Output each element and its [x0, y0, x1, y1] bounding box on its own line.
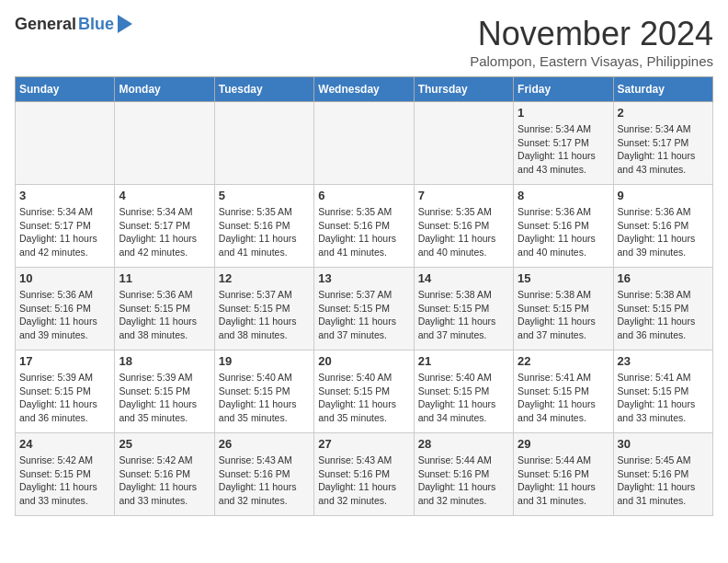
- logo-general-text: General: [15, 15, 76, 34]
- day-number: 9: [618, 189, 709, 202]
- day-info: Sunrise: 5:41 AM Sunset: 5:15 PM Dayligh…: [618, 371, 709, 425]
- calendar-cell: 3Sunrise: 5:34 AM Sunset: 5:17 PM Daylig…: [16, 185, 115, 268]
- day-number: 15: [518, 271, 609, 285]
- calendar-cell: 9Sunrise: 5:36 AM Sunset: 5:16 PM Daylig…: [613, 185, 712, 268]
- weekday-header-sunday: Sunday: [16, 77, 115, 102]
- weekday-header-wednesday: Wednesday: [314, 77, 414, 102]
- day-info: Sunrise: 5:44 AM Sunset: 5:16 PM Dayligh…: [518, 454, 609, 508]
- day-number: 6: [318, 189, 409, 202]
- logo-arrow-icon: [118, 15, 132, 33]
- day-number: 14: [418, 271, 509, 285]
- day-number: 11: [119, 271, 210, 285]
- calendar-cell: 30Sunrise: 5:45 AM Sunset: 5:16 PM Dayli…: [613, 433, 712, 516]
- day-number: 7: [418, 189, 509, 202]
- calendar-cell: 10Sunrise: 5:36 AM Sunset: 5:16 PM Dayli…: [16, 268, 115, 350]
- day-info: Sunrise: 5:39 AM Sunset: 5:15 PM Dayligh…: [19, 371, 110, 425]
- day-info: Sunrise: 5:45 AM Sunset: 5:16 PM Dayligh…: [618, 454, 709, 508]
- weekday-header-saturday: Saturday: [613, 77, 712, 102]
- day-info: Sunrise: 5:39 AM Sunset: 5:15 PM Dayligh…: [119, 371, 210, 425]
- day-info: Sunrise: 5:40 AM Sunset: 5:15 PM Dayligh…: [418, 371, 509, 425]
- day-info: Sunrise: 5:42 AM Sunset: 5:15 PM Dayligh…: [19, 454, 110, 508]
- day-number: 8: [518, 189, 609, 202]
- day-number: 22: [518, 354, 609, 368]
- day-info: Sunrise: 5:36 AM Sunset: 5:15 PM Dayligh…: [119, 288, 210, 342]
- day-number: 20: [318, 354, 409, 368]
- day-info: Sunrise: 5:38 AM Sunset: 5:15 PM Dayligh…: [618, 288, 709, 342]
- day-info: Sunrise: 5:36 AM Sunset: 5:16 PM Dayligh…: [19, 288, 110, 342]
- title-block: November 2024 Palompon, Eastern Visayas,…: [470, 15, 713, 69]
- day-info: Sunrise: 5:43 AM Sunset: 5:16 PM Dayligh…: [318, 454, 409, 508]
- page-header: General Blue November 2024 Palompon, Eas…: [15, 15, 713, 69]
- day-number: 30: [618, 437, 709, 451]
- day-info: Sunrise: 5:34 AM Sunset: 5:17 PM Dayligh…: [119, 205, 210, 259]
- day-info: Sunrise: 5:44 AM Sunset: 5:16 PM Dayligh…: [418, 454, 509, 508]
- day-info: Sunrise: 5:40 AM Sunset: 5:15 PM Dayligh…: [219, 371, 310, 425]
- calendar-cell: 13Sunrise: 5:37 AM Sunset: 5:15 PM Dayli…: [314, 268, 414, 350]
- calendar-cell: 16Sunrise: 5:38 AM Sunset: 5:15 PM Dayli…: [613, 268, 712, 350]
- calendar-cell: 8Sunrise: 5:36 AM Sunset: 5:16 PM Daylig…: [514, 185, 613, 268]
- day-number: 23: [618, 354, 709, 368]
- calendar-week-5: 24Sunrise: 5:42 AM Sunset: 5:15 PM Dayli…: [16, 433, 713, 516]
- day-info: Sunrise: 5:36 AM Sunset: 5:16 PM Dayligh…: [518, 205, 609, 259]
- day-info: Sunrise: 5:35 AM Sunset: 5:16 PM Dayligh…: [219, 205, 310, 259]
- day-number: 28: [418, 437, 509, 451]
- calendar-week-3: 10Sunrise: 5:36 AM Sunset: 5:16 PM Dayli…: [16, 268, 713, 350]
- calendar-cell: [16, 102, 115, 185]
- calendar-cell: 27Sunrise: 5:43 AM Sunset: 5:16 PM Dayli…: [314, 433, 414, 516]
- calendar-week-1: 1Sunrise: 5:34 AM Sunset: 5:17 PM Daylig…: [16, 102, 713, 185]
- day-number: 18: [119, 354, 210, 368]
- calendar-cell: 29Sunrise: 5:44 AM Sunset: 5:16 PM Dayli…: [514, 433, 613, 516]
- calendar-cell: [115, 102, 214, 185]
- calendar-cell: 18Sunrise: 5:39 AM Sunset: 5:15 PM Dayli…: [115, 350, 214, 433]
- day-info: Sunrise: 5:40 AM Sunset: 5:15 PM Dayligh…: [318, 371, 409, 425]
- day-number: 12: [219, 271, 310, 285]
- logo: General Blue: [15, 15, 132, 34]
- calendar-cell: 14Sunrise: 5:38 AM Sunset: 5:15 PM Dayli…: [414, 268, 513, 350]
- calendar-week-4: 17Sunrise: 5:39 AM Sunset: 5:15 PM Dayli…: [16, 350, 713, 433]
- calendar-cell: 21Sunrise: 5:40 AM Sunset: 5:15 PM Dayli…: [414, 350, 513, 433]
- day-number: 19: [219, 354, 310, 368]
- weekday-header-row: SundayMondayTuesdayWednesdayThursdayFrid…: [16, 77, 713, 102]
- calendar-cell: 22Sunrise: 5:41 AM Sunset: 5:15 PM Dayli…: [514, 350, 613, 433]
- day-number: 2: [618, 106, 709, 120]
- day-number: 24: [19, 437, 110, 451]
- day-info: Sunrise: 5:34 AM Sunset: 5:17 PM Dayligh…: [618, 122, 709, 177]
- weekday-header-thursday: Thursday: [414, 77, 513, 102]
- day-info: Sunrise: 5:37 AM Sunset: 5:15 PM Dayligh…: [318, 288, 409, 342]
- day-info: Sunrise: 5:35 AM Sunset: 5:16 PM Dayligh…: [418, 205, 509, 259]
- day-number: 5: [219, 189, 310, 202]
- day-number: 16: [618, 271, 709, 285]
- day-number: 21: [418, 354, 509, 368]
- calendar-cell: 1Sunrise: 5:34 AM Sunset: 5:17 PM Daylig…: [514, 102, 613, 185]
- calendar-cell: 2Sunrise: 5:34 AM Sunset: 5:17 PM Daylig…: [613, 102, 712, 185]
- day-number: 4: [119, 189, 210, 202]
- calendar-cell: 4Sunrise: 5:34 AM Sunset: 5:17 PM Daylig…: [115, 185, 214, 268]
- day-number: 10: [19, 271, 110, 285]
- day-info: Sunrise: 5:42 AM Sunset: 5:16 PM Dayligh…: [119, 454, 210, 508]
- day-number: 27: [318, 437, 409, 451]
- day-info: Sunrise: 5:34 AM Sunset: 5:17 PM Dayligh…: [19, 205, 110, 259]
- calendar-cell: [314, 102, 414, 185]
- logo-blue-text: Blue: [78, 15, 114, 34]
- calendar-cell: [214, 102, 313, 185]
- day-info: Sunrise: 5:37 AM Sunset: 5:15 PM Dayligh…: [219, 288, 310, 342]
- day-info: Sunrise: 5:41 AM Sunset: 5:15 PM Dayligh…: [518, 371, 609, 425]
- day-number: 13: [318, 271, 409, 285]
- weekday-header-monday: Monday: [115, 77, 214, 102]
- day-info: Sunrise: 5:36 AM Sunset: 5:16 PM Dayligh…: [618, 205, 709, 259]
- calendar-cell: 17Sunrise: 5:39 AM Sunset: 5:15 PM Dayli…: [16, 350, 115, 433]
- day-info: Sunrise: 5:43 AM Sunset: 5:16 PM Dayligh…: [219, 454, 310, 508]
- day-number: 3: [19, 189, 110, 202]
- calendar-cell: 26Sunrise: 5:43 AM Sunset: 5:16 PM Dayli…: [214, 433, 313, 516]
- weekday-header-friday: Friday: [514, 77, 613, 102]
- day-info: Sunrise: 5:38 AM Sunset: 5:15 PM Dayligh…: [418, 288, 509, 342]
- day-number: 1: [518, 106, 609, 120]
- calendar-week-2: 3Sunrise: 5:34 AM Sunset: 5:17 PM Daylig…: [16, 185, 713, 268]
- calendar-cell: 25Sunrise: 5:42 AM Sunset: 5:16 PM Dayli…: [115, 433, 214, 516]
- calendar-cell: 11Sunrise: 5:36 AM Sunset: 5:15 PM Dayli…: [115, 268, 214, 350]
- day-number: 25: [119, 437, 210, 451]
- calendar-cell: 7Sunrise: 5:35 AM Sunset: 5:16 PM Daylig…: [414, 185, 513, 268]
- day-info: Sunrise: 5:34 AM Sunset: 5:17 PM Dayligh…: [518, 122, 609, 177]
- month-title: November 2024: [470, 15, 713, 53]
- calendar-cell: 15Sunrise: 5:38 AM Sunset: 5:15 PM Dayli…: [514, 268, 613, 350]
